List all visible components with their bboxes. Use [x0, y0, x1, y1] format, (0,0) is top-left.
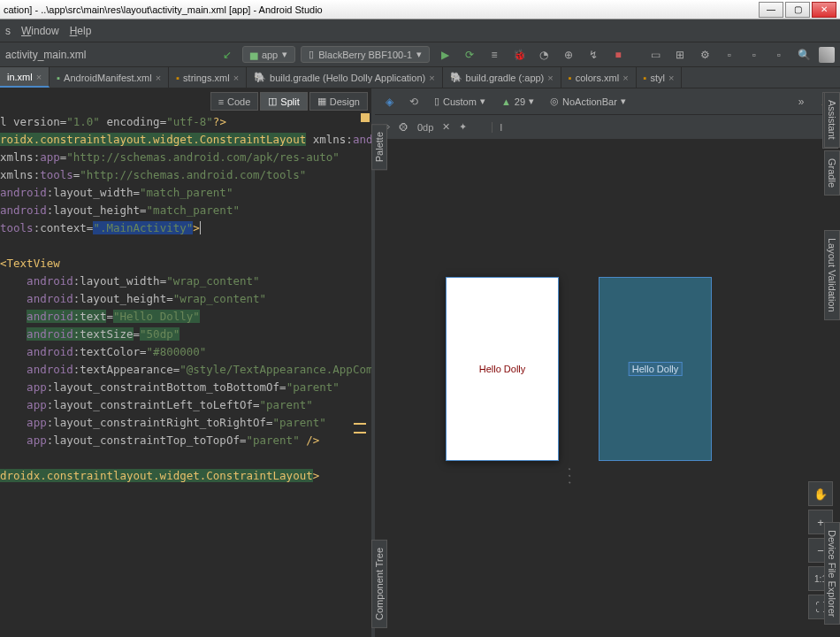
toolbar-icon-1[interactable]: ≡: [485, 45, 504, 65]
tab-manifest[interactable]: ▪AndroidManifest.xml×: [50, 67, 169, 88]
sync-icon[interactable]: ↙: [218, 45, 237, 65]
close-icon[interactable]: ×: [668, 73, 674, 83]
tab-activity-main[interactable]: in.xml×: [0, 67, 50, 88]
xml-icon: ▪: [644, 73, 647, 83]
profile-icon[interactable]: ◔: [534, 45, 554, 65]
run-icon[interactable]: ▶: [435, 45, 454, 65]
window-title: cation] - ..\app\src\main\res\layout\act…: [4, 4, 759, 15]
gradle-icon: 🐘: [450, 72, 462, 83]
preview-text: Hello Dolly: [629, 362, 683, 376]
avatar[interactable]: [819, 47, 835, 63]
preview-light[interactable]: Hello Dolly: [446, 277, 559, 461]
gutter-warning-icon[interactable]: [354, 432, 366, 434]
design-view-button[interactable]: ▦Design: [309, 92, 368, 111]
code-text[interactable]: l version="1.0" encoding="utf-8"?> roidx…: [0, 88, 371, 485]
code-editor[interactable]: ≡Code ◫Split ▦Design l version="1.0" enc…: [0, 88, 371, 637]
toolbar-icon-5[interactable]: ▫: [720, 45, 739, 65]
minimize-button[interactable]: —: [759, 2, 783, 18]
android-icon: ▲: [501, 96, 511, 107]
gradle-tab[interactable]: Gradle: [824, 150, 840, 196]
maximize-button[interactable]: ▢: [785, 2, 810, 18]
assistant-tab[interactable]: Assistant: [824, 92, 840, 148]
xml-icon: ▪: [176, 73, 179, 83]
sdkmanager-icon[interactable]: ⊞: [670, 45, 690, 65]
component-tree-tab[interactable]: Component Tree: [371, 540, 387, 628]
magnet-icon[interactable]: ⭙: [399, 122, 409, 133]
margin-label[interactable]: 0dp: [417, 122, 433, 133]
resize-handle-icon[interactable]: ⋰: [559, 464, 581, 487]
close-icon[interactable]: ×: [36, 72, 42, 82]
device-dropdown[interactable]: ▯ BlackBerry BBF100-1 ▾: [301, 46, 430, 63]
close-icon[interactable]: ×: [233, 73, 239, 83]
infer-constraints-icon[interactable]: ✦: [459, 121, 467, 133]
avdmanager-icon[interactable]: ▭: [645, 45, 665, 65]
menubar: s Window Help: [0, 19, 840, 42]
align-icon[interactable]: I: [492, 122, 502, 133]
module-dropdown[interactable]: ▅ app ▾: [242, 46, 295, 63]
manifest-icon: ▪: [57, 73, 60, 83]
orientation-icon[interactable]: ⟲: [405, 93, 423, 111]
apply-changes-icon[interactable]: ⟳: [460, 45, 479, 65]
toolbar-icon-7[interactable]: ▫: [769, 45, 789, 65]
tab-build-gradle-app[interactable]: 🐘build.gradle (Hello Dolly Application)×: [247, 67, 443, 88]
toolbar-icon-3[interactable]: ↯: [584, 45, 603, 65]
layout-validation-tab[interactable]: Layout Validation: [824, 230, 840, 320]
design-toolbar-2: 👁 ⭙ 0dp ✕ ✦ I ?: [375, 115, 840, 140]
toolbar-icon-4[interactable]: ⚙: [695, 45, 714, 65]
pan-icon[interactable]: ✋: [808, 481, 833, 506]
android-icon: ▅: [250, 49, 257, 60]
breadcrumb[interactable]: activity_main.xml: [5, 49, 212, 61]
more-icon[interactable]: »: [792, 93, 810, 111]
search-icon[interactable]: 🔍: [794, 45, 813, 65]
preview-blueprint[interactable]: Hello Dolly: [599, 277, 712, 461]
menu-window[interactable]: Window: [21, 25, 59, 37]
chevron-down-icon: ▾: [416, 49, 422, 60]
tab-build-gradle-module[interactable]: 🐘build.gradle (:app)×: [443, 67, 561, 88]
editor-tabs: in.xml× ▪AndroidManifest.xml× ▪strings.x…: [0, 67, 840, 88]
split-view-button[interactable]: ◫Split: [260, 92, 307, 111]
api-selector[interactable]: ▲29▾: [497, 93, 538, 110]
code-view-button[interactable]: ≡Code: [210, 92, 259, 111]
tab-strings[interactable]: ▪strings.xml×: [169, 67, 247, 88]
device-selector[interactable]: ▯Custom▾: [430, 93, 490, 110]
debug-icon[interactable]: 🐞: [509, 45, 529, 65]
close-button[interactable]: ✕: [812, 2, 836, 18]
palette-tab[interactable]: Palette: [371, 124, 387, 170]
tab-styles[interactable]: ▪styl×: [637, 67, 683, 88]
tab-colors[interactable]: ▪colors.xml×: [561, 67, 637, 88]
stop-icon[interactable]: ■: [608, 45, 628, 65]
clear-constraints-icon[interactable]: ✕: [442, 121, 450, 133]
toolbar-icon-6[interactable]: ▫: [745, 45, 764, 65]
theme-selector[interactable]: ◎NoActionBar▾: [546, 93, 630, 110]
design-canvas[interactable]: Hello Dolly Hello Dolly ⋰ ✋ + − 1:1 ⛶: [375, 140, 840, 637]
design-toolbar: ◈ ⟲ ▯Custom▾ ▲29▾ ◎NoActionBar▾ » ⚠: [375, 88, 840, 115]
design-panel: ◈ ⟲ ▯Custom▾ ▲29▾ ◎NoActionBar▾ » ⚠ 👁 ⭙ …: [375, 88, 840, 637]
gradle-icon: 🐘: [254, 72, 266, 83]
warning-marker[interactable]: [361, 113, 370, 122]
menu-s[interactable]: s: [5, 25, 11, 37]
close-icon[interactable]: ×: [156, 73, 161, 83]
menu-help[interactable]: Help: [70, 25, 92, 37]
xml-icon: ▪: [569, 73, 572, 83]
close-icon[interactable]: ×: [547, 73, 553, 83]
device-file-explorer-tab[interactable]: Device File Explorer: [824, 522, 840, 625]
toolbar-icon-2[interactable]: ⊕: [559, 45, 578, 65]
titlebar: cation] - ..\app\src\main\res\layout\act…: [0, 0, 840, 19]
phone-icon: ▯: [309, 49, 314, 60]
chevron-down-icon: ▾: [282, 49, 287, 60]
navigation-bar: activity_main.xml ↙ ▅ app ▾ ▯ BlackBerry…: [0, 42, 840, 67]
gutter-warning-icon[interactable]: [354, 423, 366, 425]
surface-icon[interactable]: ◈: [380, 93, 398, 111]
preview-text: Hello Dolly: [479, 364, 526, 374]
close-icon[interactable]: ×: [622, 73, 628, 83]
close-icon[interactable]: ×: [429, 73, 434, 83]
